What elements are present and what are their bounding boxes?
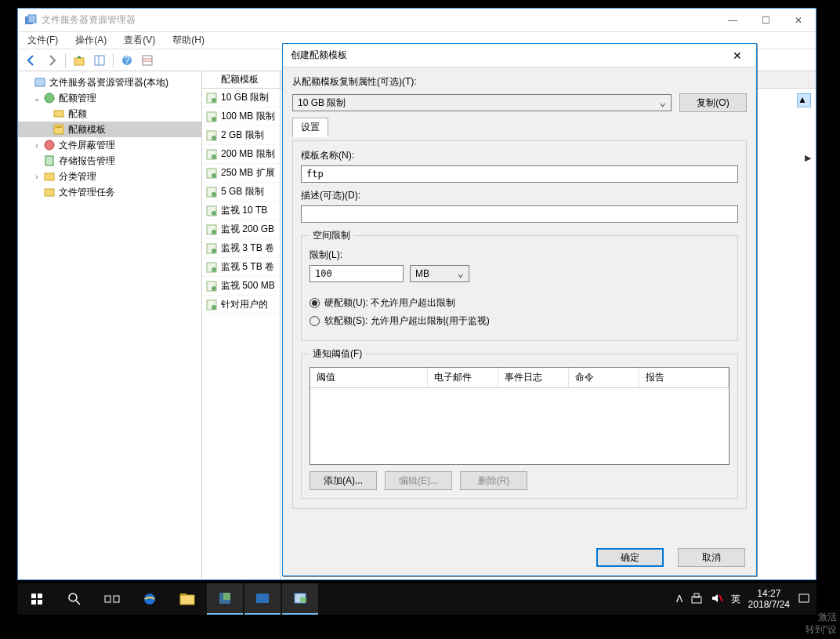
list-item-label: 10 GB 限制 [221,91,269,104]
search-button[interactable] [56,583,92,615]
tree-panel[interactable]: 文件服务器资源管理器(本地) ⌄ 配额管理 配额 配额模板 › 文件屏蔽管理 [18,71,202,579]
svg-point-40 [212,286,216,291]
svg-text:?: ? [125,55,130,66]
svg-rect-14 [56,126,62,128]
taskbar-server-manager-icon[interactable] [207,583,243,615]
tray-volume-icon[interactable] [711,592,723,607]
ok-button[interactable]: 确定 [596,548,664,567]
list-item[interactable]: 针对用户的 [202,296,280,314]
menu-operate[interactable]: 操作(A) [71,32,111,49]
svg-point-30 [212,192,216,197]
tree-label: 文件屏蔽管理 [59,139,115,152]
tree-label: 配额模板 [68,123,106,136]
add-threshold-button[interactable]: 添加(A)... [310,471,377,490]
svg-rect-2 [74,58,84,65]
taskbar[interactable]: ᐱ 英 14:27 2018/7/24 [17,583,816,615]
list-item[interactable]: 100 MB 限制 [202,107,280,126]
radio-hard-icon[interactable] [310,298,320,308]
tree-label: 文件管理任务 [59,186,115,199]
start-button[interactable] [19,583,55,615]
radio-soft-icon[interactable] [310,316,320,326]
tree-root[interactable]: 文件服务器资源管理器(本地) [18,74,201,90]
up-button[interactable] [71,52,88,69]
list-item[interactable]: 监视 500 MB [202,277,280,296]
close-button[interactable]: ✕ [788,13,809,28]
tree-task-mgmt[interactable]: 文件管理任务 [18,184,201,200]
threshold-table[interactable]: 阈值 电子邮件 事件日志 命令 报告 [310,367,730,465]
svg-rect-62 [799,594,809,602]
svg-rect-46 [38,600,42,605]
hard-quota-radio-row[interactable]: 硬配额(U): 不允许用户超出限制 [310,296,730,310]
svg-point-22 [212,117,216,122]
cancel-button[interactable]: 取消 [678,548,745,567]
forward-button[interactable] [43,52,60,69]
col-eventlog[interactable]: 事件日志 [498,368,569,387]
app-icon [24,14,37,27]
menu-help[interactable]: 帮助(H) [168,32,209,49]
taskbar-fsrm-icon[interactable] [282,583,318,615]
show-hide-button[interactable] [91,52,108,69]
tray-chevron-up-icon[interactable]: ᐱ [676,594,682,605]
dialog-close-button[interactable]: ✕ [726,48,748,64]
svg-line-61 [719,595,722,601]
scroll-right-button[interactable]: ▶ [805,153,811,163]
menu-view[interactable]: 查看(V) [119,32,160,49]
back-button[interactable] [23,52,40,69]
task-view-button[interactable] [94,583,130,615]
help-button[interactable]: ? [118,52,136,69]
notification-icon[interactable] [798,592,810,607]
chevron-right-icon[interactable]: › [32,141,42,150]
tab-settings[interactable]: 设置 [292,118,328,137]
list-item-label: 监视 3 TB 卷 [221,241,274,255]
list-item[interactable]: 2 GB 限制 [202,126,280,145]
template-item-icon [205,167,218,180]
template-list[interactable]: 配额模板 10 GB 限制100 MB 限制2 GB 限制200 MB 限制25… [202,71,281,579]
col-report[interactable]: 报告 [639,368,729,387]
tree-class-mgmt[interactable]: › 分类管理 [18,169,201,184]
description-input[interactable] [301,205,738,223]
list-item[interactable]: 监视 200 GB [202,220,280,239]
chevron-right-icon[interactable]: › [32,172,42,181]
tree-screen-mgmt[interactable]: › 文件屏蔽管理 [18,137,201,153]
col-threshold[interactable]: 阈值 [310,368,428,387]
tree-quota-template[interactable]: 配额模板 [18,122,201,137]
maximize-button[interactable]: ☐ [755,13,777,28]
svg-point-15 [45,140,54,150]
limit-unit-combo[interactable]: MB [410,265,469,282]
properties-button[interactable] [139,52,156,69]
taskbar-time: 14:27 [748,588,790,599]
activation-watermark: 激活 转到"设 [806,611,837,636]
taskbar-ie-icon[interactable] [132,583,168,615]
list-item[interactable]: 监视 10 TB [202,202,280,220]
svg-rect-49 [105,596,110,602]
minimize-button[interactable]: — [722,13,744,28]
tree-quota[interactable]: 配额 [18,106,201,122]
template-name-input[interactable] [301,165,738,183]
col-command[interactable]: 命令 [569,368,639,387]
copy-from-combo[interactable]: 10 GB 限制 [292,94,672,111]
tree-report-mgmt[interactable]: 存储报告管理 [18,153,201,169]
menu-file[interactable]: 文件(F) [23,32,63,49]
tree-label: 分类管理 [59,170,96,183]
list-header[interactable]: 配额模板 [202,71,280,89]
chevron-down-icon[interactable]: ⌄ [32,94,42,103]
taskbar-clock[interactable]: 14:27 2018/7/24 [748,588,790,610]
svg-rect-13 [54,125,63,134]
taskbar-explorer-icon[interactable] [169,583,205,615]
list-item[interactable]: 监视 3 TB 卷 [202,239,280,258]
list-item[interactable]: 5 GB 限制 [202,183,280,202]
soft-quota-radio-row[interactable]: 软配额(S): 允许用户超出限制(用于监视) [310,314,730,328]
list-item[interactable]: 10 GB 限制 [202,89,280,107]
copy-button[interactable]: 复制(O) [679,93,747,112]
taskbar-app2-icon[interactable] [244,583,281,615]
list-item[interactable]: 200 MB 限制 [202,145,280,164]
list-item[interactable]: 250 MB 扩展 [202,164,280,183]
ime-indicator[interactable]: 英 [731,593,740,606]
scroll-up-button[interactable]: ▲ [797,93,811,107]
tray-network-icon[interactable] [690,592,703,607]
col-email[interactable]: 电子邮件 [428,368,498,387]
list-item[interactable]: 监视 5 TB 卷 [202,258,280,277]
tree-quota-mgmt[interactable]: ⌄ 配额管理 [18,90,201,106]
limit-input[interactable] [310,265,404,282]
tree-label: 文件服务器资源管理器(本地) [49,76,168,89]
